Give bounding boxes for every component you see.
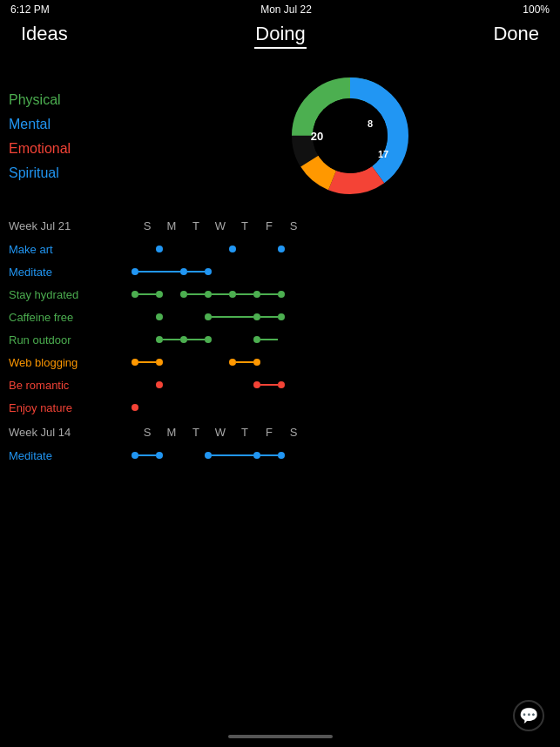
habit-name-make-art: Make art <box>9 243 135 256</box>
habit-name-stay-hydrated: Stay hydrated <box>9 288 135 301</box>
habit-name-run-outdoor: Run outdoor <box>9 333 135 347</box>
habit-caffeine-free[interactable]: Caffeine free <box>9 307 551 326</box>
svg-point-27 <box>156 336 163 343</box>
days-header-jul21: S M T W T F S <box>135 219 306 232</box>
category-mental[interactable]: Mental <box>9 117 139 132</box>
week-jul21: Week Jul 21 S M T W T F S Make art M <box>9 219 551 417</box>
main-content: Physical Mental Emotional Spiritual <box>0 57 560 214</box>
label-green: 17 <box>377 149 388 159</box>
day14-f: F <box>257 426 281 439</box>
chat-button[interactable]: 💬 <box>513 700 544 731</box>
habit-name-meditate-jul21: Meditate <box>9 266 135 279</box>
category-emotional[interactable]: Emotional <box>9 141 139 157</box>
habit-dots-meditate-jul21 <box>135 262 306 281</box>
status-bar: 6:12 PM Mon Jul 22 100% <box>0 0 560 19</box>
ideas-tab[interactable]: Ideas <box>21 23 68 45</box>
habit-dots-run-outdoor <box>135 330 306 349</box>
svg-point-22 <box>205 313 212 320</box>
category-spiritual[interactable]: Spiritual <box>9 165 139 181</box>
habit-meditate-jul21[interactable]: Meditate <box>9 262 551 281</box>
day14-s1: S <box>135 426 159 439</box>
svg-point-37 <box>229 359 236 366</box>
habit-dots-web-blogging <box>135 353 306 372</box>
habit-dots-meditate-jul14 <box>135 446 306 465</box>
habit-dots-caffeine-free <box>135 307 306 326</box>
svg-point-1 <box>156 246 163 252</box>
done-tab[interactable]: Done <box>493 23 539 45</box>
doing-underline <box>254 47 307 49</box>
week-jul14-label: Week Jul 14 <box>9 426 135 439</box>
svg-point-32 <box>253 336 260 343</box>
habit-name-be-romantic: Be romantic <box>9 379 135 392</box>
svg-point-31 <box>205 336 212 343</box>
week-jul14-header: Week Jul 14 S M T W T F S <box>9 426 551 439</box>
doing-label: Doing <box>255 23 305 45</box>
chat-icon: 💬 <box>519 706 538 725</box>
habit-web-blogging[interactable]: Web blogging <box>9 353 551 372</box>
battery: 100% <box>523 3 550 16</box>
doing-tab[interactable]: Doing <box>254 23 307 49</box>
svg-point-6 <box>180 268 187 275</box>
habit-dots-stay-hydrated <box>135 285 306 304</box>
day-s1: S <box>135 219 159 232</box>
habit-dots-be-romantic <box>135 375 306 394</box>
svg-point-8 <box>205 268 212 275</box>
days-header-jul14: S M T W T F S <box>135 426 306 439</box>
day14-t2: T <box>233 426 257 439</box>
day14-t1: T <box>184 426 208 439</box>
svg-point-52 <box>278 452 285 459</box>
donut-chart: 20 8 17 <box>139 57 560 214</box>
svg-point-40 <box>156 381 163 388</box>
svg-point-44 <box>132 404 138 411</box>
habits-section: Week Jul 21 S M T W T F S Make art M <box>0 219 560 465</box>
day-m: M <box>159 219 184 232</box>
week-jul21-header: Week Jul 21 S M T W T F S <box>9 219 551 232</box>
svg-point-20 <box>278 291 285 298</box>
categories-sidebar: Physical Mental Emotional Spiritual <box>0 66 139 214</box>
svg-point-34 <box>132 359 138 366</box>
week-jul14: Week Jul 14 S M T W T F S Meditate <box>9 426 551 465</box>
day-t2: T <box>233 219 257 232</box>
donut-hole <box>313 98 388 173</box>
svg-point-45 <box>132 452 138 459</box>
svg-point-39 <box>253 359 260 366</box>
habit-stay-hydrated[interactable]: Stay hydrated <box>9 285 551 304</box>
habit-name-web-blogging: Web blogging <box>9 356 135 369</box>
habit-enjoy-nature[interactable]: Enjoy nature <box>9 398 551 417</box>
svg-point-47 <box>156 452 163 459</box>
time: 6:12 PM <box>10 3 50 16</box>
header: Ideas Doing Done <box>0 19 560 57</box>
habit-name-meditate-jul14: Meditate <box>9 449 135 462</box>
habit-meditate-jul14[interactable]: Meditate <box>9 446 551 465</box>
svg-point-14 <box>205 291 212 298</box>
label-red: 8 <box>367 118 372 129</box>
day14-m: M <box>159 426 184 439</box>
donut-svg: 20 8 17 <box>280 66 420 205</box>
svg-point-4 <box>132 268 138 275</box>
svg-point-18 <box>253 291 260 298</box>
habit-make-art[interactable]: Make art <box>9 239 551 259</box>
home-indicator <box>228 735 333 738</box>
svg-point-43 <box>278 381 285 388</box>
day-s2: S <box>281 219 306 232</box>
day14-s2: S <box>281 426 306 439</box>
svg-point-48 <box>205 452 212 459</box>
habit-dots-make-art <box>135 239 306 259</box>
svg-point-29 <box>180 336 187 343</box>
week-jul21-label: Week Jul 21 <box>9 219 135 232</box>
svg-point-12 <box>180 291 187 298</box>
day-f: F <box>257 219 281 232</box>
svg-point-3 <box>278 246 285 252</box>
svg-point-11 <box>156 291 163 298</box>
ideas-label: Ideas <box>21 23 68 45</box>
day14-w: W <box>208 426 233 439</box>
habit-be-romantic[interactable]: Be romantic <box>9 375 551 394</box>
category-physical[interactable]: Physical <box>9 92 139 108</box>
svg-point-26 <box>278 313 285 320</box>
svg-point-2 <box>229 246 236 252</box>
habit-run-outdoor[interactable]: Run outdoor <box>9 330 551 349</box>
day-t1: T <box>184 219 208 232</box>
habit-name-enjoy-nature: Enjoy nature <box>9 401 135 414</box>
svg-point-16 <box>229 291 236 298</box>
svg-point-36 <box>156 359 163 366</box>
